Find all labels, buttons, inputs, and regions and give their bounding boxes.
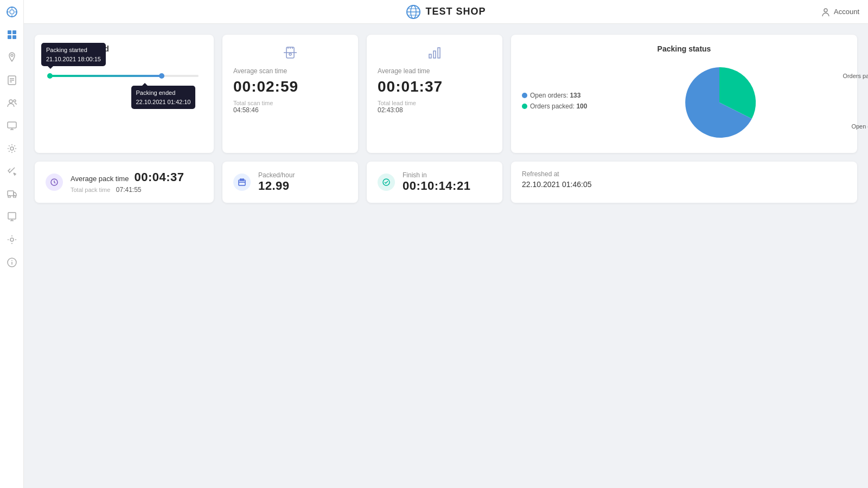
avg-pack-sub-value: 07:41:55 [116, 186, 142, 194]
avg-scan-label: Average scan time [233, 67, 347, 75]
svg-point-42 [289, 53, 291, 55]
packed-hour-title: Packed/hour [258, 171, 347, 179]
pie-chart [679, 62, 760, 143]
svg-rect-43 [429, 54, 431, 58]
sidebar-item-location[interactable] [5, 51, 18, 64]
avg-lead-sub-label: Total lead time [378, 100, 492, 106]
legend-open-label: Open orders: 133 [530, 92, 580, 99]
avg-pack-info: Average pack time 00:04:37 Total pack ti… [71, 170, 203, 194]
avg-scan-sub-label: Total scan time [233, 100, 347, 106]
timeline-dot-start [47, 73, 53, 79]
app-title: TEST SHOP [406, 4, 486, 20]
lead-icon-wrapper [378, 44, 492, 61]
tooltip-end: Packing ended 22.10.2021 01:42:10 [131, 86, 196, 109]
avg-scan-sub-value: 04:58:46 [233, 106, 347, 114]
avg-pack-title: Average pack time [71, 175, 129, 183]
packed-hour-value: 12.99 [258, 179, 347, 193]
legend-packed: Orders packed: 100 [522, 102, 587, 110]
avg-pack-sub-label: Total pack time [71, 187, 110, 193]
svg-point-1 [10, 10, 14, 14]
packing-status-title: Packing status [522, 44, 846, 53]
sidebar-item-computer[interactable] [5, 210, 18, 223]
avg-pack-card: Average pack time 00:04:37 Total pack ti… [35, 162, 214, 203]
svg-point-30 [11, 260, 12, 261]
avg-pack-main: Average pack time 00:04:37 [71, 170, 203, 184]
svg-rect-47 [239, 180, 245, 185]
legend-dot-packed [522, 104, 527, 109]
svg-rect-44 [433, 51, 436, 58]
content-area: Packing start/end Packing started 21.10.… [24, 24, 868, 488]
refreshed-value: 22.10.2021 01:46:05 [522, 180, 846, 189]
legend-packed-label: Orders packed: 100 [530, 102, 587, 110]
refreshed-label: Refreshed at [522, 170, 846, 178]
avg-scan-card: Average scan time 00:02:59 Total scan ti… [222, 35, 358, 153]
pie-label-packed: Orders packed: 100 [843, 73, 868, 79]
cards-row-top: Packing start/end Packing started 21.10.… [35, 35, 857, 153]
sidebar-item-settings[interactable] [5, 142, 18, 155]
svg-point-16 [14, 100, 16, 102]
legend-dot-open [522, 93, 527, 98]
scan-icon [282, 44, 298, 61]
svg-rect-21 [8, 191, 14, 196]
svg-point-22 [8, 196, 10, 198]
topbar: TEST SHOP Account [24, 0, 868, 24]
sidebar-item-config[interactable] [5, 233, 18, 246]
finish-icon-wrapper [378, 174, 395, 191]
avg-lead-value: 00:01:37 [378, 78, 492, 95]
main-area: TEST SHOP Account Packing start/end Pack… [24, 0, 868, 488]
svg-rect-45 [438, 48, 440, 58]
packed-hour-info: Packed/hour 12.99 [258, 171, 347, 193]
avg-scan-value: 00:02:59 [233, 78, 347, 95]
avg-lead-label: Average lead time [378, 67, 492, 75]
svg-rect-24 [8, 213, 16, 219]
packing-status-legend: Open orders: 133 Orders packed: 100 [522, 92, 587, 113]
packing-status-content: Open orders: 133 Orders packed: 100 [522, 62, 846, 143]
svg-rect-8 [8, 35, 11, 39]
finish-in-card: Finish in 00:10:14:21 [367, 162, 502, 203]
pie-chart-wrapper: Orders packed: 100 Open orders: 133 [592, 62, 846, 143]
sidebar-item-users[interactable] [5, 97, 18, 110]
sidebar-item-dashboard[interactable] [5, 28, 18, 41]
timeline: Packing started 21.10.2021 18:00:15 Pack… [46, 75, 203, 77]
account-button[interactable]: Account [821, 7, 859, 17]
svg-rect-7 [12, 30, 16, 34]
pie-label-open: Open orders: 133 [851, 123, 868, 130]
account-icon [821, 7, 831, 17]
avg-pack-value: 00:04:37 [134, 170, 184, 184]
pack-icon-wrapper [46, 174, 63, 191]
sidebar-item-delivery[interactable] [5, 188, 18, 201]
sidebar-item-tools[interactable] [5, 165, 18, 178]
svg-point-23 [14, 196, 16, 198]
svg-point-10 [11, 54, 13, 56]
sidebar-item-monitor[interactable] [5, 119, 18, 132]
packed-hour-card: Packed/hour 12.99 [222, 162, 358, 203]
timeline-dot-end [159, 73, 164, 79]
timeline-track [50, 75, 199, 77]
packed-hour-icon-wrapper [233, 174, 251, 191]
pack-icon [50, 178, 59, 187]
packed-hour-icon [238, 178, 246, 187]
legend-open: Open orders: 133 [522, 92, 587, 99]
sidebar-logo[interactable] [5, 5, 18, 18]
tooltip-start: Packing started 21.10.2021 18:00:15 [41, 43, 106, 66]
sidebar-item-reports[interactable] [5, 74, 18, 87]
svg-point-27 [10, 238, 14, 241]
svg-rect-9 [12, 35, 16, 39]
timeline-fill [50, 75, 162, 77]
sidebar [0, 0, 24, 488]
finish-in-title: Finish in [403, 171, 492, 179]
svg-point-20 [10, 147, 14, 150]
avg-lead-sub-value: 02:43:08 [378, 106, 492, 114]
sidebar-item-info[interactable] [5, 256, 18, 269]
packing-startend-card: Packing start/end Packing started 21.10.… [35, 35, 214, 153]
finish-in-value: 00:10:14:21 [403, 179, 492, 193]
svg-rect-17 [8, 122, 16, 128]
refreshed-card: Refreshed at 22.10.2021 01:46:05 [511, 162, 857, 203]
svg-rect-6 [8, 30, 11, 34]
packing-status-card: Packing status Open orders: 133 Orders p… [511, 35, 857, 153]
svg-point-36 [824, 9, 827, 12]
scan-icon-wrapper [233, 44, 347, 61]
svg-point-15 [9, 100, 12, 103]
cards-row-bottom: Average pack time 00:04:37 Total pack ti… [35, 162, 857, 203]
avg-lead-card: Average lead time 00:01:37 Total lead ti… [367, 35, 502, 153]
